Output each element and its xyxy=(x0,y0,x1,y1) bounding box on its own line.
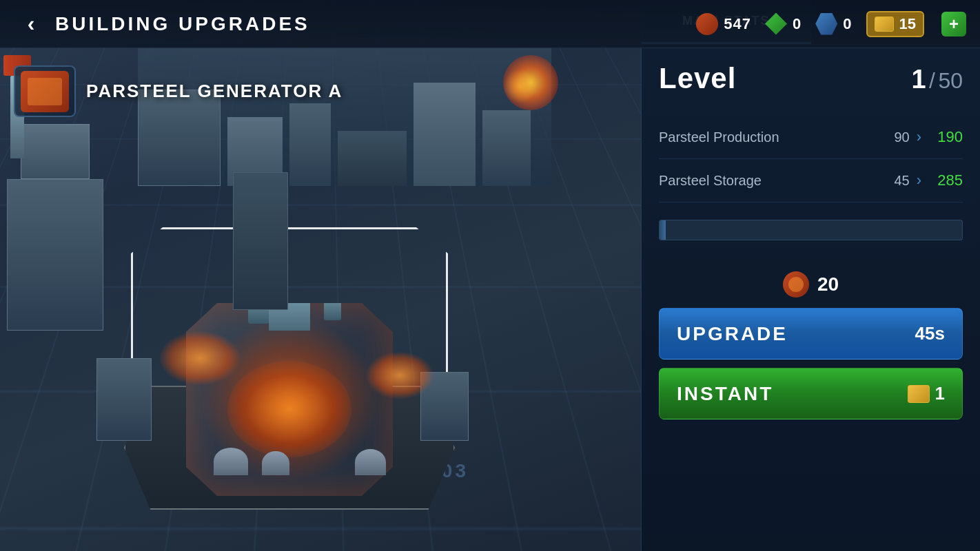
instant-button-value: 1 xyxy=(935,383,945,404)
fire-glow-right xyxy=(365,351,434,399)
stat-storage-label: Parsteel Storage xyxy=(659,173,894,189)
cost-value: 20 xyxy=(817,273,839,295)
progress-fill xyxy=(660,220,666,240)
progress-area xyxy=(659,220,963,254)
stat-row-storage: Parsteel Storage 45 › 285 xyxy=(659,159,963,202)
back-arrow-icon: ‹ xyxy=(28,11,35,37)
progress-track xyxy=(659,220,963,240)
building-icon xyxy=(21,71,69,112)
instant-gold-icon xyxy=(908,385,930,403)
building-name: PARSTEEL GENERATOR A xyxy=(86,81,343,102)
stat-storage-next: 285 xyxy=(928,171,963,189)
cost-parsteel-icon xyxy=(783,271,809,298)
gold-icon xyxy=(875,17,894,32)
cost-area: 20 xyxy=(659,271,963,298)
upgrade-button-time: 45s xyxy=(915,323,945,344)
gold-value: 15 xyxy=(899,15,916,33)
parsteel-icon xyxy=(696,13,718,35)
level-label: Level xyxy=(659,62,736,95)
back-button[interactable]: ‹ xyxy=(14,7,48,41)
parsteel-value: 547 xyxy=(724,15,751,33)
dilithium-icon xyxy=(765,13,787,35)
tritanium-icon xyxy=(815,13,837,35)
stat-row-production: Parsteel Production 90 › 190 xyxy=(659,116,963,159)
stat-storage-current: 45 xyxy=(894,173,909,189)
instant-button[interactable]: INSTANT 1 xyxy=(659,368,963,419)
stat-production-arrow: › xyxy=(917,128,921,146)
header: ‹ BUILDING UPGRADES 547 0 0 15 + xyxy=(0,0,980,48)
page-title: BUILDING UPGRADES xyxy=(55,13,696,35)
level-separator: / xyxy=(929,68,935,93)
tritanium-resource: 0 xyxy=(815,13,852,35)
stat-production-label: Parsteel Production xyxy=(659,129,894,145)
level-current: 1 xyxy=(911,65,926,94)
level-max: 50 xyxy=(938,68,963,93)
level-row: Level 1 / 50 xyxy=(659,62,963,95)
resources-bar: 547 0 0 15 + xyxy=(696,11,966,37)
dilithium-value: 0 xyxy=(793,15,802,33)
stat-storage-arrow: › xyxy=(917,171,921,189)
stat-production-next: 190 xyxy=(928,128,963,146)
fire-glow-left xyxy=(159,331,241,386)
upgrade-button[interactable]: UPGRADE 45s xyxy=(659,308,963,360)
gold-add-button[interactable]: + xyxy=(941,12,966,37)
gold-container: 15 xyxy=(866,11,924,37)
tritanium-value: 0 xyxy=(843,15,852,33)
panel-content: Level 1 / 50 Parsteel Production 90 › 19… xyxy=(642,45,980,433)
stat-production-current: 90 xyxy=(894,129,909,145)
instant-button-label: INSTANT xyxy=(677,383,773,405)
instant-button-cost: 1 xyxy=(908,383,945,404)
parsteel-resource: 547 xyxy=(696,13,751,35)
building-icon-box xyxy=(14,65,76,117)
level-value-group: 1 / 50 xyxy=(911,65,963,94)
right-panel: MAIN STATS DETAILS Level 1 / 50 Parsteel… xyxy=(641,0,980,551)
dilithium-resource: 0 xyxy=(765,13,802,35)
upgrade-button-label: UPGRADE xyxy=(677,323,788,345)
building-name-overlay: PARSTEEL GENERATOR A xyxy=(14,65,343,117)
